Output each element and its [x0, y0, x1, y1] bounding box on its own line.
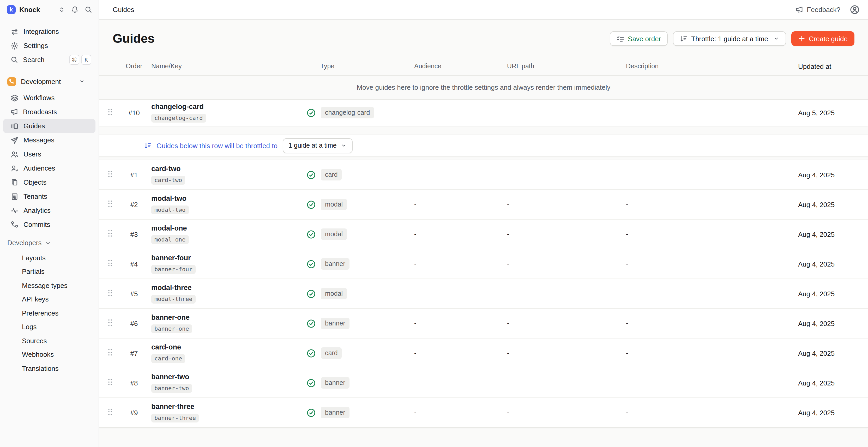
sidebar-item-label: Users	[24, 150, 41, 158]
sidebar-item-guides[interactable]: Guides	[3, 119, 95, 133]
knock-logo[interactable]: k	[7, 5, 16, 14]
sidebar-item-label: Guides	[24, 122, 45, 130]
account-avatar-icon[interactable]	[850, 5, 860, 14]
guide-name-link[interactable]: modal-two	[151, 195, 306, 203]
sidebar-item-sources[interactable]: Sources	[16, 334, 99, 348]
guide-name-link[interactable]: banner-one	[151, 314, 306, 322]
guide-key-chip: banner-two	[151, 384, 192, 393]
table-row[interactable]: #2 modal-two modal-two modal - - - Aug 4…	[99, 189, 868, 219]
sidebar-item-broadcasts[interactable]: Broadcasts	[3, 105, 95, 119]
url-path-value: -	[490, 290, 606, 297]
sidebar-item-label: Commits	[24, 221, 50, 228]
throttled-rows-card: #1 card-two card-two card - - - Aug 4, 2…	[99, 160, 868, 428]
sidebar-item-translations[interactable]: Translations	[16, 361, 99, 375]
sidebar-item-workflows[interactable]: Workflows	[3, 91, 95, 105]
plus-icon	[798, 35, 805, 42]
bell-icon[interactable]	[71, 6, 79, 13]
column-header-audience[interactable]: Audience	[401, 63, 490, 70]
table-header-row: Order Name/Key Type Audience URL path De…	[99, 57, 868, 76]
table-row[interactable]: #6 banner-one banner-one banner - - - Au…	[99, 308, 868, 338]
guide-key-chip: modal-three	[151, 295, 196, 304]
guide-name-link[interactable]: card-one	[151, 343, 306, 352]
sidebar-item-messages[interactable]: Messages	[3, 133, 95, 147]
guides-panel-icon	[10, 122, 19, 130]
environment-icon	[7, 77, 16, 86]
description-value: -	[606, 230, 798, 238]
sidebar-item-settings[interactable]: Settings	[3, 39, 95, 53]
guide-name-link[interactable]: banner-two	[151, 373, 306, 381]
guide-name-link[interactable]: banner-three	[151, 403, 306, 411]
drag-handle-icon[interactable]	[107, 229, 113, 237]
row-order-number: #4	[122, 260, 146, 268]
column-header-name-key[interactable]: Name/Key	[146, 63, 306, 70]
chevron-down-icon	[341, 142, 347, 149]
sidebar-item-commits[interactable]: Commits	[3, 218, 95, 232]
column-header-updated-at[interactable]: Updated at	[798, 62, 868, 70]
sidebar-item-partials[interactable]: Partials	[16, 265, 99, 279]
throttle-dropdown-button[interactable]: Throttle: 1 guide at a time	[673, 31, 786, 46]
table-row[interactable]: #3 modal-one modal-one modal - - - Aug 4…	[99, 219, 868, 249]
throttle-button-label: Throttle: 1 guide at a time	[691, 35, 768, 42]
row-order-number: #5	[122, 290, 146, 297]
sidebar-item-integrations[interactable]: Integrations	[3, 25, 95, 39]
column-header-order[interactable]: Order	[122, 63, 146, 70]
guide-name-link[interactable]: changelog-card	[151, 103, 306, 111]
sidebar-item-layouts[interactable]: Layouts	[16, 251, 99, 265]
drag-handle-icon[interactable]	[107, 408, 113, 415]
sidebar-item-search[interactable]: Search ⌘ K	[3, 53, 95, 67]
table-row[interactable]: #8 banner-two banner-two banner - - - Au…	[99, 368, 868, 397]
main-area: Guides Feedback? Guides Save order	[99, 0, 868, 447]
environment-switcher[interactable]: Development	[0, 74, 99, 89]
drag-handle-icon[interactable]	[107, 378, 113, 386]
guide-name-link[interactable]: modal-one	[151, 224, 306, 233]
feedback-button[interactable]: Feedback?	[795, 6, 840, 13]
table-row[interactable]: #5 modal-three modal-three modal - - - A…	[99, 279, 868, 308]
throttle-divider-link[interactable]: Guides below this row will be throttled …	[144, 141, 278, 150]
sidebar-item-audiences[interactable]: Audiences	[3, 161, 95, 175]
drag-handle-icon[interactable]	[107, 108, 113, 116]
sidebar-item-tenants[interactable]: Tenants	[3, 189, 95, 203]
drag-handle-icon[interactable]	[107, 318, 113, 326]
search-icon[interactable]	[85, 6, 92, 13]
create-guide-button[interactable]: Create guide	[791, 31, 855, 46]
sidebar-item-message-types[interactable]: Message types	[16, 279, 99, 292]
sidebar-item-logs[interactable]: Logs	[16, 320, 99, 334]
sidebar-item-webhooks[interactable]: Webhooks	[16, 348, 99, 361]
table-row[interactable]: #10 changelog-card changelog-card change…	[99, 100, 868, 126]
table-row[interactable]: #9 banner-three banner-three banner - - …	[99, 397, 868, 427]
table-row[interactable]: #1 card-two card-two card - - - Aug 4, 2…	[99, 160, 868, 189]
drag-handle-icon[interactable]	[107, 259, 113, 267]
sidebar-item-api-keys[interactable]: API keys	[16, 292, 99, 306]
drag-handle-icon[interactable]	[107, 289, 113, 296]
column-header-type[interactable]: Type	[306, 63, 401, 70]
sidebar-item-preferences[interactable]: Preferences	[16, 306, 99, 320]
environment-label: Development	[21, 77, 61, 85]
throttle-count-select[interactable]: 1 guide at a time	[283, 138, 353, 153]
updated-at-value: Aug 5, 2025	[798, 109, 868, 117]
guide-name-link[interactable]: card-two	[151, 165, 306, 173]
guide-name-link[interactable]: modal-three	[151, 284, 306, 292]
table-row[interactable]: #4 banner-four banner-four banner - - - …	[99, 249, 868, 279]
guide-key-chip: card-two	[151, 176, 185, 185]
developers-section-toggle[interactable]: Developers	[0, 232, 99, 250]
sidebar: k Knock Integrations Settings Search	[0, 0, 99, 447]
table-row[interactable]: #7 card-one card-one card - - - Aug 4, 2…	[99, 338, 868, 368]
guide-key-chip: modal-two	[151, 205, 189, 214]
drag-handle-icon[interactable]	[107, 199, 113, 207]
sidebar-item-analytics[interactable]: Analytics	[3, 203, 95, 218]
guide-type-badge: banner	[321, 377, 349, 389]
audience-value: -	[401, 109, 490, 116]
url-path-value: -	[490, 320, 606, 327]
expand-updown-icon[interactable]	[58, 6, 65, 13]
column-header-description[interactable]: Description	[606, 63, 798, 70]
save-order-button[interactable]: Save order	[610, 31, 668, 46]
column-header-url-path[interactable]: URL path	[490, 63, 606, 70]
drag-handle-icon[interactable]	[107, 170, 113, 178]
drag-handle-icon[interactable]	[107, 348, 113, 356]
sidebar-item-objects[interactable]: Objects	[3, 175, 95, 189]
building-icon	[10, 192, 19, 200]
guide-name-link[interactable]: banner-four	[151, 254, 306, 262]
throttle-divider-label: Guides below this row will be throttled …	[156, 141, 278, 150]
chevron-down-icon	[79, 78, 85, 85]
sidebar-item-users[interactable]: Users	[3, 147, 95, 161]
